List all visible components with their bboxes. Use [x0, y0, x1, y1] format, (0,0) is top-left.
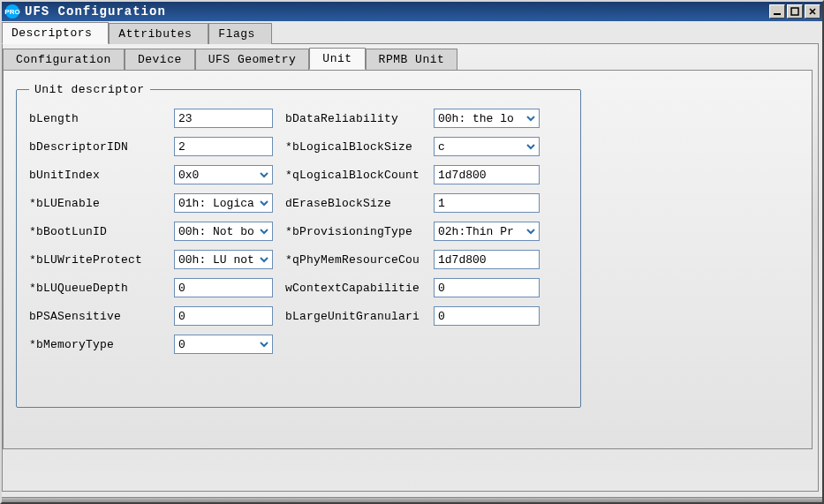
combo--bluenable[interactable]: 01h: Logica	[174, 193, 273, 213]
combo--bmemorytype[interactable]: 0	[174, 335, 273, 354]
status-bar	[2, 497, 822, 502]
label--bmemorytype: *bMemoryType	[29, 338, 162, 351]
combo-text: 0x0	[178, 169, 258, 182]
subtab-ufs-geometry[interactable]: UFS Geometry	[195, 49, 310, 70]
label-blength: bLength	[29, 112, 162, 125]
label--blogicalblocksize: *bLogicalBlockSize	[285, 140, 421, 154]
label--bprovisioningtype: *bProvisioningType	[285, 225, 421, 238]
combo--blogicalblocksize[interactable]: c	[434, 137, 540, 156]
tab-attributes[interactable]: Attributes	[109, 23, 208, 44]
chevron-down-icon	[258, 340, 270, 349]
label-bdatareliability: bDataReliability	[285, 112, 421, 125]
input-bdescriptoridn[interactable]	[174, 137, 273, 156]
label-wcontextcapabilitie: wContextCapabilitie	[285, 282, 421, 295]
tab-descriptors[interactable]: Descriptors	[2, 22, 109, 44]
label--qphymemresourcecou: *qPhyMemResourceCou	[285, 253, 421, 267]
combo-text: 0	[178, 338, 258, 351]
combo-text: 00h: the lo	[438, 112, 525, 125]
titlebar: PRO UFS Configuration	[2, 2, 822, 21]
input-blargeunitgranulari[interactable]	[434, 306, 540, 326]
chevron-down-icon	[258, 170, 270, 179]
label--bluqueuedepth: *bLUQueueDepth	[29, 282, 162, 295]
app-icon: PRO	[5, 4, 19, 19]
svg-rect-1	[791, 8, 798, 15]
window-controls	[767, 4, 820, 19]
label-blargeunitgranulari: bLargeUnitGranulari	[285, 310, 421, 323]
label-deraseblocksize: dEraseBlockSize	[285, 197, 421, 210]
label-bdescriptoridn: bDescriptorIDN	[29, 140, 162, 154]
subtab-unit[interactable]: Unit	[309, 48, 365, 70]
label-bpsasensitive: bPSASensitive	[29, 310, 162, 323]
chevron-down-icon	[258, 199, 270, 207]
input-bpsasensitive[interactable]	[174, 306, 273, 326]
input--qlogicalblockcount[interactable]	[434, 165, 540, 184]
subtab-rpmb-unit[interactable]: RPMB Unit	[366, 49, 458, 70]
chevron-down-icon	[525, 114, 537, 123]
chevron-down-icon	[525, 227, 537, 236]
input-wcontextcapabilitie[interactable]	[434, 278, 540, 297]
app-window: PRO UFS Configuration DescriptorsAttribu…	[0, 0, 824, 504]
input--bluqueuedepth[interactable]	[174, 278, 273, 297]
unit-descriptor-group: Unit descriptor bLengthbDataReliability0…	[16, 83, 581, 408]
subtab-configuration[interactable]: Configuration	[3, 49, 125, 70]
svg-rect-0	[774, 13, 781, 15]
input-blength[interactable]	[174, 109, 273, 128]
sub-tabs: ConfigurationDeviceUFS GeometryUnitRPMB …	[3, 44, 818, 70]
combo-bdatareliability[interactable]: 00h: the lo	[434, 109, 540, 128]
combo-text: 02h:Thin Pr	[438, 225, 525, 238]
label--bluwriteprotect: *bLUWriteProtect	[29, 253, 162, 267]
input-deraseblocksize[interactable]	[434, 193, 540, 213]
minimize-button[interactable]	[769, 4, 785, 19]
combo-text: 00h: LU not	[178, 253, 258, 267]
form-grid: bLengthbDataReliability00h: the lobDescr…	[29, 109, 568, 354]
maximize-button[interactable]	[787, 4, 803, 19]
label-bunitindex: bUnitIndex	[29, 169, 162, 182]
combo--bbootlunid[interactable]: 00h: Not bo	[174, 222, 273, 241]
chevron-down-icon	[258, 227, 270, 236]
chevron-down-icon	[258, 255, 270, 264]
combo--bluwriteprotect[interactable]: 00h: LU not	[174, 250, 273, 269]
main-tab-panel: ConfigurationDeviceUFS GeometryUnitRPMB …	[2, 43, 819, 492]
combo-bunitindex[interactable]: 0x0	[174, 165, 273, 184]
combo--bprovisioningtype[interactable]: 02h:Thin Pr	[434, 222, 540, 241]
subtab-device[interactable]: Device	[125, 49, 195, 70]
input--qphymemresourcecou[interactable]	[434, 250, 540, 269]
combo-text: 00h: Not bo	[178, 225, 258, 238]
tab-flags[interactable]: Flags	[208, 23, 272, 44]
client-area: DescriptorsAttributesFlags Configuration…	[2, 21, 822, 497]
label--bbootlunid: *bBootLunID	[29, 225, 162, 238]
combo-text: c	[438, 140, 525, 154]
combo-text: 01h: Logica	[178, 197, 258, 210]
sub-tab-panel: Unit descriptor bLengthbDataReliability0…	[3, 70, 813, 449]
group-legend: Unit descriptor	[29, 83, 150, 96]
label--bluenable: *bLUEnable	[29, 197, 162, 210]
window-title: UFS Configuration	[25, 4, 767, 19]
label--qlogicalblockcount: *qLogicalBlockCount	[285, 169, 421, 182]
main-tabs: DescriptorsAttributesFlags	[2, 21, 822, 43]
chevron-down-icon	[525, 142, 537, 151]
close-button[interactable]	[805, 4, 820, 19]
